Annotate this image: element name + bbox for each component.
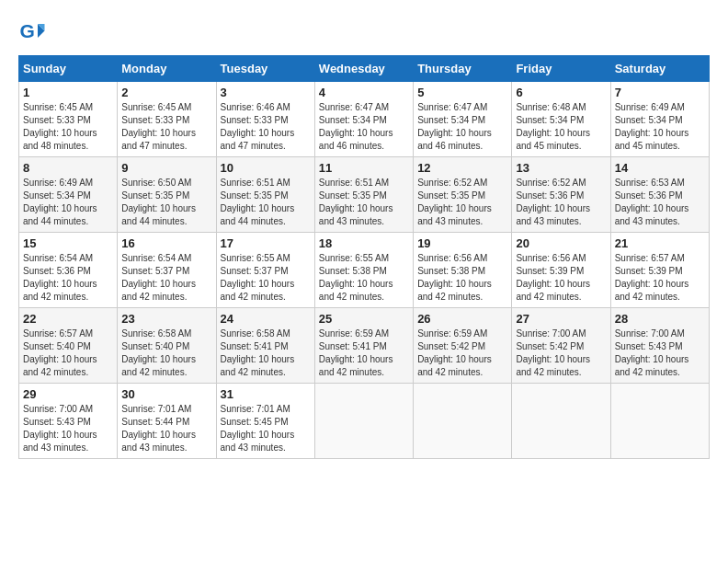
logo: G bbox=[18, 18, 50, 46]
day-info: Sunrise: 6:46 AM Sunset: 5:33 PM Dayligh… bbox=[221, 101, 311, 153]
day-info: Sunrise: 6:53 AM Sunset: 5:36 PM Dayligh… bbox=[615, 177, 705, 228]
column-header-wednesday: Wednesday bbox=[314, 56, 413, 82]
day-number: 21 bbox=[615, 236, 705, 250]
calendar-cell: 31 Sunrise: 7:01 AM Sunset: 5:45 PM Dayl… bbox=[216, 384, 314, 459]
calendar-cell: 17 Sunrise: 6:55 AM Sunset: 5:37 PM Dayl… bbox=[216, 233, 314, 308]
calendar-cell: 14 Sunrise: 6:53 AM Sunset: 5:36 PM Dayl… bbox=[610, 157, 709, 233]
day-number: 25 bbox=[319, 312, 409, 326]
calendar-cell: 5 Sunrise: 6:47 AM Sunset: 5:34 PM Dayli… bbox=[414, 82, 512, 157]
calendar-cell: 2 Sunrise: 6:45 AM Sunset: 5:33 PM Dayli… bbox=[118, 82, 216, 157]
svg-text:G: G bbox=[20, 20, 35, 41]
calendar-cell: 8 Sunrise: 6:49 AM Sunset: 5:34 PM Dayli… bbox=[19, 157, 118, 233]
day-number: 29 bbox=[23, 387, 113, 401]
calendar-cell: 30 Sunrise: 7:01 AM Sunset: 5:44 PM Dayl… bbox=[118, 384, 216, 459]
column-header-saturday: Saturday bbox=[610, 56, 709, 82]
day-number: 30 bbox=[121, 387, 211, 401]
day-number: 23 bbox=[121, 312, 211, 326]
day-number: 5 bbox=[417, 86, 507, 99]
calendar-cell: 15 Sunrise: 6:54 AM Sunset: 5:36 PM Dayl… bbox=[19, 233, 118, 308]
day-number: 3 bbox=[221, 86, 311, 99]
day-number: 26 bbox=[417, 312, 507, 326]
day-number: 17 bbox=[221, 236, 311, 250]
day-number: 31 bbox=[221, 387, 311, 401]
column-header-thursday: Thursday bbox=[414, 56, 512, 82]
day-info: Sunrise: 6:55 AM Sunset: 5:38 PM Dayligh… bbox=[319, 252, 409, 304]
day-info: Sunrise: 7:00 AM Sunset: 5:43 PM Dayligh… bbox=[615, 327, 705, 379]
calendar-table: SundayMondayTuesdayWednesdayThursdayFrid… bbox=[18, 55, 710, 459]
day-info: Sunrise: 6:54 AM Sunset: 5:36 PM Dayligh… bbox=[23, 252, 113, 304]
calendar-cell: 26 Sunrise: 6:59 AM Sunset: 5:42 PM Dayl… bbox=[414, 308, 512, 384]
day-info: Sunrise: 6:47 AM Sunset: 5:34 PM Dayligh… bbox=[417, 101, 507, 153]
day-number: 9 bbox=[121, 161, 211, 175]
calendar-cell: 24 Sunrise: 6:58 AM Sunset: 5:41 PM Dayl… bbox=[216, 308, 314, 384]
day-info: Sunrise: 7:01 AM Sunset: 5:45 PM Dayligh… bbox=[221, 403, 311, 454]
calendar-cell: 3 Sunrise: 6:46 AM Sunset: 5:33 PM Dayli… bbox=[216, 82, 314, 157]
day-number: 6 bbox=[516, 86, 606, 99]
day-info: Sunrise: 6:45 AM Sunset: 5:33 PM Dayligh… bbox=[121, 101, 211, 153]
day-info: Sunrise: 6:57 AM Sunset: 5:40 PM Dayligh… bbox=[23, 327, 113, 379]
day-number: 18 bbox=[319, 236, 409, 250]
calendar-cell: 19 Sunrise: 6:56 AM Sunset: 5:38 PM Dayl… bbox=[414, 233, 512, 308]
day-number: 7 bbox=[615, 86, 705, 99]
calendar-cell: 27 Sunrise: 7:00 AM Sunset: 5:42 PM Dayl… bbox=[512, 308, 610, 384]
day-info: Sunrise: 6:49 AM Sunset: 5:34 PM Dayligh… bbox=[23, 177, 113, 228]
day-number: 16 bbox=[121, 236, 211, 250]
calendar-cell: 21 Sunrise: 6:57 AM Sunset: 5:39 PM Dayl… bbox=[610, 233, 709, 308]
day-info: Sunrise: 7:01 AM Sunset: 5:44 PM Dayligh… bbox=[121, 403, 211, 454]
day-info: Sunrise: 6:51 AM Sunset: 5:35 PM Dayligh… bbox=[221, 177, 311, 228]
calendar-cell: 10 Sunrise: 6:51 AM Sunset: 5:35 PM Dayl… bbox=[216, 157, 314, 233]
day-info: Sunrise: 6:48 AM Sunset: 5:34 PM Dayligh… bbox=[516, 101, 606, 153]
day-number: 27 bbox=[516, 312, 606, 326]
column-header-sunday: Sunday bbox=[19, 56, 118, 82]
day-number: 8 bbox=[23, 161, 113, 175]
day-info: Sunrise: 6:54 AM Sunset: 5:37 PM Dayligh… bbox=[121, 252, 211, 304]
day-info: Sunrise: 6:57 AM Sunset: 5:39 PM Dayligh… bbox=[615, 252, 705, 304]
calendar-cell: 18 Sunrise: 6:55 AM Sunset: 5:38 PM Dayl… bbox=[314, 233, 413, 308]
calendar-cell: 28 Sunrise: 7:00 AM Sunset: 5:43 PM Dayl… bbox=[610, 308, 709, 384]
day-number: 15 bbox=[23, 236, 113, 250]
calendar-cell bbox=[610, 384, 709, 459]
day-number: 2 bbox=[121, 86, 211, 99]
calendar-cell: 23 Sunrise: 6:58 AM Sunset: 5:40 PM Dayl… bbox=[118, 308, 216, 384]
day-number: 12 bbox=[417, 161, 507, 175]
calendar-cell bbox=[414, 384, 512, 459]
column-header-friday: Friday bbox=[512, 56, 610, 82]
day-info: Sunrise: 7:00 AM Sunset: 5:43 PM Dayligh… bbox=[23, 403, 113, 454]
day-number: 14 bbox=[615, 161, 705, 175]
calendar-cell: 11 Sunrise: 6:51 AM Sunset: 5:35 PM Dayl… bbox=[314, 157, 413, 233]
day-info: Sunrise: 6:52 AM Sunset: 5:35 PM Dayligh… bbox=[417, 177, 507, 228]
day-info: Sunrise: 7:00 AM Sunset: 5:42 PM Dayligh… bbox=[516, 327, 606, 379]
page-header: G bbox=[18, 18, 710, 46]
day-number: 1 bbox=[23, 86, 113, 99]
day-info: Sunrise: 6:58 AM Sunset: 5:41 PM Dayligh… bbox=[221, 327, 311, 379]
day-info: Sunrise: 6:50 AM Sunset: 5:35 PM Dayligh… bbox=[121, 177, 211, 228]
calendar-cell: 20 Sunrise: 6:56 AM Sunset: 5:39 PM Dayl… bbox=[512, 233, 610, 308]
calendar-cell bbox=[314, 384, 413, 459]
calendar-cell: 7 Sunrise: 6:49 AM Sunset: 5:34 PM Dayli… bbox=[610, 82, 709, 157]
column-header-tuesday: Tuesday bbox=[216, 56, 314, 82]
day-number: 11 bbox=[319, 161, 409, 175]
logo-icon: G bbox=[18, 18, 46, 46]
day-number: 13 bbox=[516, 161, 606, 175]
calendar-cell: 6 Sunrise: 6:48 AM Sunset: 5:34 PM Dayli… bbox=[512, 82, 610, 157]
calendar-cell: 9 Sunrise: 6:50 AM Sunset: 5:35 PM Dayli… bbox=[118, 157, 216, 233]
calendar-cell: 16 Sunrise: 6:54 AM Sunset: 5:37 PM Dayl… bbox=[118, 233, 216, 308]
day-info: Sunrise: 6:52 AM Sunset: 5:36 PM Dayligh… bbox=[516, 177, 606, 228]
calendar-cell: 25 Sunrise: 6:59 AM Sunset: 5:41 PM Dayl… bbox=[314, 308, 413, 384]
day-info: Sunrise: 6:58 AM Sunset: 5:40 PM Dayligh… bbox=[121, 327, 211, 379]
day-info: Sunrise: 6:47 AM Sunset: 5:34 PM Dayligh… bbox=[319, 101, 409, 153]
day-info: Sunrise: 6:56 AM Sunset: 5:38 PM Dayligh… bbox=[417, 252, 507, 304]
calendar-cell: 4 Sunrise: 6:47 AM Sunset: 5:34 PM Dayli… bbox=[314, 82, 413, 157]
calendar-cell: 13 Sunrise: 6:52 AM Sunset: 5:36 PM Dayl… bbox=[512, 157, 610, 233]
calendar-cell: 29 Sunrise: 7:00 AM Sunset: 5:43 PM Dayl… bbox=[19, 384, 118, 459]
day-info: Sunrise: 6:49 AM Sunset: 5:34 PM Dayligh… bbox=[615, 101, 705, 153]
day-number: 10 bbox=[221, 161, 311, 175]
day-number: 19 bbox=[417, 236, 507, 250]
calendar-cell: 12 Sunrise: 6:52 AM Sunset: 5:35 PM Dayl… bbox=[414, 157, 512, 233]
day-number: 20 bbox=[516, 236, 606, 250]
day-info: Sunrise: 6:59 AM Sunset: 5:41 PM Dayligh… bbox=[319, 327, 409, 379]
day-info: Sunrise: 6:55 AM Sunset: 5:37 PM Dayligh… bbox=[221, 252, 311, 304]
calendar-cell bbox=[512, 384, 610, 459]
calendar-cell: 1 Sunrise: 6:45 AM Sunset: 5:33 PM Dayli… bbox=[19, 82, 118, 157]
calendar-cell: 22 Sunrise: 6:57 AM Sunset: 5:40 PM Dayl… bbox=[19, 308, 118, 384]
